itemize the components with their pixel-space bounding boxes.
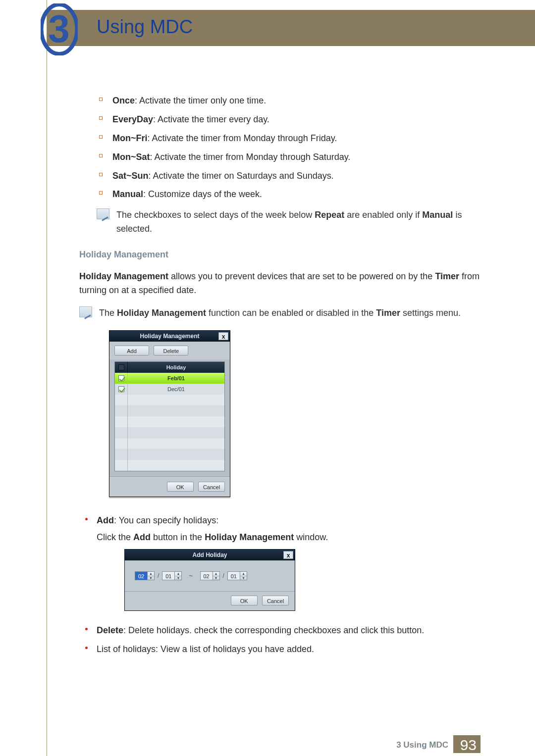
holiday-actions-list: Add: You can specify holidays: Click the…	[85, 514, 485, 657]
intro-paragraph: Holiday Management allows you to prevent…	[79, 270, 485, 298]
list-item: Manual: Customize days of the week.	[99, 188, 485, 202]
cancel-button[interactable]: Cancel	[198, 482, 225, 492]
list-item: Add: You can specify holidays: Click the…	[85, 514, 485, 619]
repeat-options-list: Once: Activate the timer only one time. …	[99, 94, 485, 202]
select-all-checkbox[interactable]	[118, 364, 124, 370]
delete-button[interactable]: Delete	[154, 346, 188, 355]
row-checkbox[interactable]	[118, 386, 124, 392]
ok-button[interactable]: OK	[167, 482, 194, 492]
from-month-input[interactable]: 02	[135, 571, 148, 580]
to-day-input[interactable]: 01	[227, 571, 240, 580]
ok-button[interactable]: OK	[231, 596, 258, 605]
from-day-spinner[interactable]: 01 ▲▼	[162, 571, 182, 580]
note-holiday-management: The Holiday Management function can be e…	[79, 306, 485, 320]
list-item: Mon~Sat: Activate the timer from Monday …	[99, 151, 485, 164]
cancel-button[interactable]: Cancel	[262, 596, 289, 605]
square-bullet-icon	[99, 135, 103, 139]
row-checkbox[interactable]	[118, 375, 124, 381]
note-icon	[79, 306, 92, 317]
close-button[interactable]: x	[218, 332, 228, 340]
square-bullet-icon	[99, 154, 103, 157]
table-row	[115, 395, 224, 405]
page-number: 93	[460, 737, 477, 754]
note-repeat-manual: The checkboxes to select days of the wee…	[79, 208, 485, 236]
table-row	[115, 460, 224, 471]
cell-value: Feb/01	[128, 373, 224, 384]
square-bullet-icon	[99, 191, 103, 195]
table-row[interactable]: Feb/01	[115, 373, 224, 384]
list-item: EveryDay: Activate the timer every day.	[99, 113, 485, 127]
holiday-grid: Holiday Feb/01 Dec/01	[114, 361, 225, 471]
dialog-footer: OK Cancel	[109, 476, 230, 497]
spinner-buttons-icon[interactable]: ▲▼	[240, 571, 247, 580]
dialog-titlebar: Add Holiday x	[125, 550, 295, 560]
spinner-buttons-icon[interactable]: ▲▼	[175, 571, 182, 580]
list-item: Once: Activate the timer only one time.	[99, 94, 485, 108]
from-day-input[interactable]: 01	[162, 571, 175, 580]
note-icon	[97, 208, 109, 219]
table-row	[115, 405, 224, 416]
square-bullet-icon	[99, 116, 103, 120]
footer-label: 3 Using MDC	[396, 740, 448, 750]
date-separator: /	[223, 572, 224, 579]
page-content: Once: Activate the timer only one time. …	[79, 94, 485, 661]
table-row	[115, 427, 224, 438]
page-footer: 3 Using MDC 93	[0, 732, 535, 756]
dialog-body: 02 ▲▼ / 01 ▲▼ ~ 02 ▲▼ /	[125, 560, 295, 591]
close-button[interactable]: x	[283, 551, 293, 559]
dialog-titlebar: Holiday Management x	[109, 331, 230, 342]
list-item: Delete: Delete holidays. check the corre…	[85, 624, 485, 638]
dot-bullet-icon	[85, 628, 88, 630]
grid-header: Holiday	[115, 362, 224, 373]
add-button[interactable]: Add	[114, 346, 149, 355]
dialog-footer: OK Cancel	[125, 591, 295, 610]
holiday-management-dialog: Holiday Management x Add Delete Holiday …	[109, 330, 230, 497]
list-item: Mon~Fri: Activate the timer from Monday …	[99, 132, 485, 146]
table-row	[115, 416, 224, 427]
to-month-input[interactable]: 02	[200, 571, 213, 580]
svg-text:3: 3	[48, 7, 69, 50]
to-day-spinner[interactable]: 01 ▲▼	[227, 571, 247, 580]
spinner-buttons-icon[interactable]: ▲▼	[148, 571, 155, 580]
dialog-title: Add Holiday	[192, 552, 227, 558]
section-heading: Holiday Management	[79, 248, 485, 262]
dialog-title: Holiday Management	[140, 333, 199, 340]
column-header: Holiday	[128, 362, 224, 373]
spinner-buttons-icon[interactable]: ▲▼	[213, 571, 220, 580]
to-month-spinner[interactable]: 02 ▲▼	[200, 571, 220, 580]
chapter-number-badge: 3	[41, 3, 78, 55]
square-bullet-icon	[99, 98, 103, 101]
square-bullet-icon	[99, 173, 103, 176]
table-row[interactable]: Dec/01	[115, 384, 224, 395]
dot-bullet-icon	[85, 518, 88, 520]
list-item: Sat~Sun: Activate the timer on Saturdays…	[99, 169, 485, 183]
add-holiday-dialog: Add Holiday x 02 ▲▼ / 01 ▲▼ ~	[124, 549, 295, 611]
left-margin-rule	[47, 0, 47, 756]
dialog-toolbar: Add Delete	[109, 342, 230, 359]
dot-bullet-icon	[85, 647, 88, 649]
table-row	[115, 438, 224, 449]
list-item: List of holidays: View a list of holiday…	[85, 643, 485, 656]
range-separator: ~	[189, 572, 193, 580]
from-month-spinner[interactable]: 02 ▲▼	[135, 571, 155, 580]
table-row	[115, 449, 224, 460]
chapter-title: Using MDC	[97, 16, 193, 38]
cell-value: Dec/01	[128, 384, 224, 395]
date-separator: /	[158, 572, 159, 579]
